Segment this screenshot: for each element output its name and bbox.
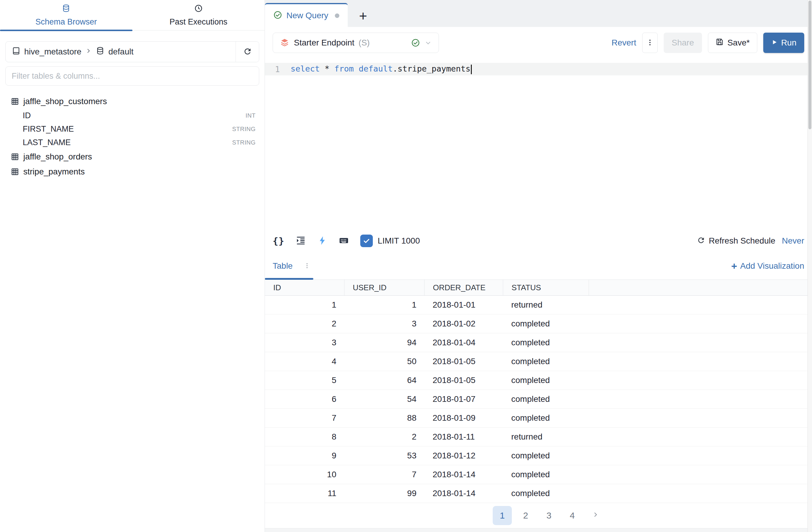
table-cell: 3 [344,314,424,333]
table-cell: 2018-01-14 [424,465,503,484]
live-autocomplete-button[interactable] [317,236,328,247]
lightning-icon [317,236,328,247]
table-cell: 2 [344,428,424,446]
sidebar-tabs: Schema Browser Past Executions [0,0,265,30]
table-cell [589,465,812,484]
table-row: 5642018-01-05completed [265,371,812,390]
table-cell: 10 [265,465,344,484]
table-cell: 6 [265,390,344,408]
plus-icon: + [731,261,737,271]
query-editor[interactable]: 1 select * from default.stripe_payments [265,59,812,229]
tab-past-executions[interactable]: Past Executions [132,0,265,30]
table-cell: 7 [344,465,424,484]
table-row: 822018-01-11returned [265,428,812,446]
table-cell: 50 [344,352,424,371]
keyboard-shortcuts-button[interactable] [339,236,349,247]
table-cell: completed [503,352,589,371]
breadcrumb-catalog[interactable]: hive_metastore [24,47,81,57]
line-number: 1 [265,65,280,74]
table-cell [589,428,812,446]
indent-icon [296,236,306,247]
share-button[interactable]: Share [664,33,702,53]
tab-schema-browser[interactable]: Schema Browser [0,0,132,30]
tab-table-visualization[interactable]: Table [273,261,293,271]
schema-column-item[interactable]: IDINT [0,109,265,122]
column-header-order-date: ORDER_DATE [424,280,503,295]
schema-table-item[interactable]: stripe_payments [0,164,265,179]
format-query-button[interactable]: {} [273,236,284,246]
tab-new-query[interactable]: New Query [265,3,348,27]
table-cell [589,390,812,408]
table-cell: completed [503,446,589,465]
table-cell: 94 [344,333,424,352]
schema-table-item[interactable]: jaffle_shop_orders [0,149,265,164]
pagination: 1234 [265,503,812,528]
breadcrumb[interactable]: hive_metastore default [6,46,236,57]
table-cell: 2018-01-04 [424,333,503,352]
table-cell [589,333,812,352]
table-grid-icon [11,153,19,161]
page-button-2[interactable]: 2 [516,506,535,525]
table-cell: 54 [344,390,424,408]
add-visualization-button[interactable]: + Add Visualization [731,261,804,271]
refresh-schedule-value[interactable]: Never [782,236,804,246]
schema-column-item[interactable]: LAST_NAMESTRING [0,136,265,149]
table-cell: 2018-01-12 [424,446,503,465]
chevron-down-icon [424,39,432,47]
add-visualization-label: Add Visualization [740,261,804,271]
page-button-1[interactable]: 1 [493,506,512,525]
next-page-button[interactable] [586,506,605,525]
play-icon [771,38,778,47]
table-cell: 1 [265,296,344,314]
table-row: 112018-01-01returned [265,296,812,314]
table-cell [589,296,812,314]
bottom-strip [265,528,812,532]
chevron-right-icon [85,47,92,57]
table-cell: 2018-01-02 [424,314,503,333]
endpoint-selector[interactable]: Starter Endpoint (S) [273,33,439,53]
endpoint-size: (S) [359,38,369,47]
table-row: 232018-01-02completed [265,314,812,333]
auto-indent-button[interactable] [296,236,306,247]
text-caret [471,65,472,74]
table-cell: 2018-01-14 [424,484,503,503]
filter-input[interactable] [5,67,259,86]
table-cell [589,352,812,371]
table-row: 1072018-01-14completed [265,465,812,484]
active-tab-underline [265,278,313,280]
sidebar-tab-label: Past Executions [170,17,228,27]
table-name: jaffle_shop_customers [23,97,107,106]
table-cell: completed [503,371,589,390]
schema-column-item[interactable]: FIRST_NAMESTRING [0,122,265,136]
sidebar: Schema Browser Past Executions hive_meta… [0,0,265,532]
scrollbar-thumb[interactable] [808,1,811,129]
schema-breadcrumb-box: hive_metastore default [5,41,259,62]
endpoint-name: Starter Endpoint [294,38,354,47]
schema-tree: jaffle_shop_customersIDINTFIRST_NAMESTRI… [0,94,265,179]
column-type: STRING [232,139,256,146]
page-button-3[interactable]: 3 [539,506,559,525]
save-button[interactable]: Save* [708,33,757,53]
run-button[interactable]: Run [763,33,804,53]
vertical-scrollbar[interactable] [808,0,812,532]
table-cell: 2018-01-01 [424,296,503,314]
table-cell: completed [503,465,589,484]
table-cell: completed [503,333,589,352]
revert-button[interactable]: Revert [611,38,636,47]
column-type: STRING [232,126,256,132]
table-cell: 64 [344,371,424,390]
table-cell: 2018-01-05 [424,352,503,371]
checkbox-checked-icon[interactable] [360,235,373,247]
breadcrumb-schema[interactable]: default [108,47,133,57]
query-menu-button[interactable] [642,33,658,53]
table-cell: 2018-01-09 [424,409,503,427]
visualization-menu-button[interactable] [303,262,310,270]
page-button-4[interactable]: 4 [563,506,582,525]
column-name: FIRST_NAME [23,125,74,134]
table-cell: 88 [344,409,424,427]
add-tab-button[interactable]: + [359,9,367,23]
results-header: ID USER_ID ORDER_DATE STATUS [265,280,812,296]
limit-toggle[interactable]: LIMIT 1000 [360,235,420,247]
schema-table-item[interactable]: jaffle_shop_customers [0,94,265,109]
schema-refresh-button[interactable] [236,42,259,62]
